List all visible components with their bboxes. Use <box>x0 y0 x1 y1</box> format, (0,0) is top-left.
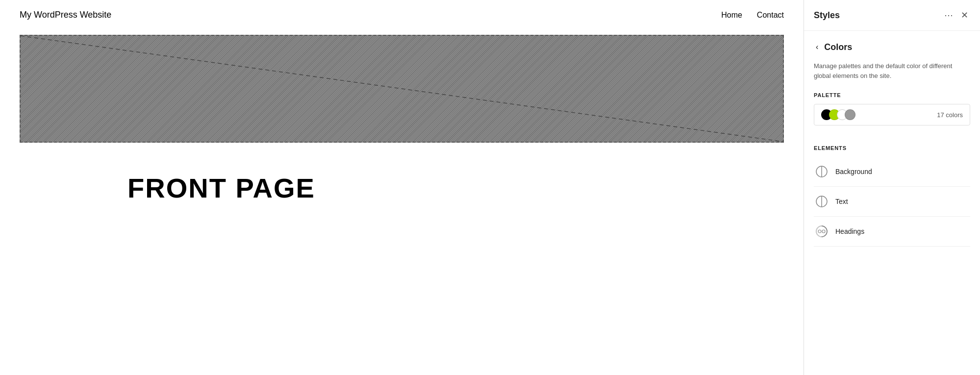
more-options-button[interactable]: ⋯ <box>942 8 955 23</box>
palette-item[interactable]: 17 colors <box>814 104 970 125</box>
text-label: Text <box>835 198 848 205</box>
nav-contact[interactable]: Contact <box>757 11 784 20</box>
palette-swatches <box>821 109 853 120</box>
background-label: Background <box>835 168 872 175</box>
colors-description: Manage palettes and the default color of… <box>814 61 970 80</box>
svg-point-7 <box>822 230 825 233</box>
site-nav: Home Contact <box>721 11 784 20</box>
svg-line-0 <box>21 36 783 142</box>
background-icon <box>814 164 829 179</box>
site-title: My WordPress Website <box>20 10 111 20</box>
preview-area: My WordPress Website Home Contact FRONT … <box>0 0 804 375</box>
page-title: FRONT PAGE <box>0 148 804 214</box>
styles-panel: Styles ⋯ ✕ ‹ Colors Manage palettes and … <box>804 0 980 375</box>
site-header: My WordPress Website Home Contact <box>0 0 804 30</box>
hero-diagonal-line <box>21 36 783 142</box>
sidebar-header: Styles ⋯ ✕ <box>804 0 980 31</box>
elements-label: ELEMENTS <box>814 145 970 151</box>
headings-label: Headings <box>835 227 864 235</box>
styles-panel-title: Styles <box>814 10 840 21</box>
headings-row[interactable]: Headings <box>814 217 970 247</box>
elements-section: ELEMENTS Background Text <box>804 145 980 256</box>
sidebar-header-actions: ⋯ ✕ <box>942 8 970 23</box>
nav-home[interactable]: Home <box>721 11 742 20</box>
palette-count: 17 colors <box>937 111 963 119</box>
colors-nav: ‹ Colors <box>814 41 970 53</box>
text-icon <box>814 194 829 209</box>
palette-label: PALETTE <box>814 92 970 98</box>
colors-section-heading: Colors <box>824 42 852 52</box>
back-chevron-icon: ‹ <box>816 43 818 51</box>
svg-point-6 <box>818 230 821 233</box>
swatch-gray <box>845 109 855 120</box>
background-row[interactable]: Background <box>814 157 970 187</box>
close-button[interactable]: ✕ <box>959 8 970 23</box>
headings-icon <box>814 224 829 239</box>
three-dots-icon: ⋯ <box>944 10 953 21</box>
close-icon: ✕ <box>961 10 968 21</box>
colors-section: ‹ Colors Manage palettes and the default… <box>804 31 980 145</box>
back-button[interactable]: ‹ <box>814 41 820 53</box>
hero-image <box>20 35 784 143</box>
text-row[interactable]: Text <box>814 187 970 217</box>
